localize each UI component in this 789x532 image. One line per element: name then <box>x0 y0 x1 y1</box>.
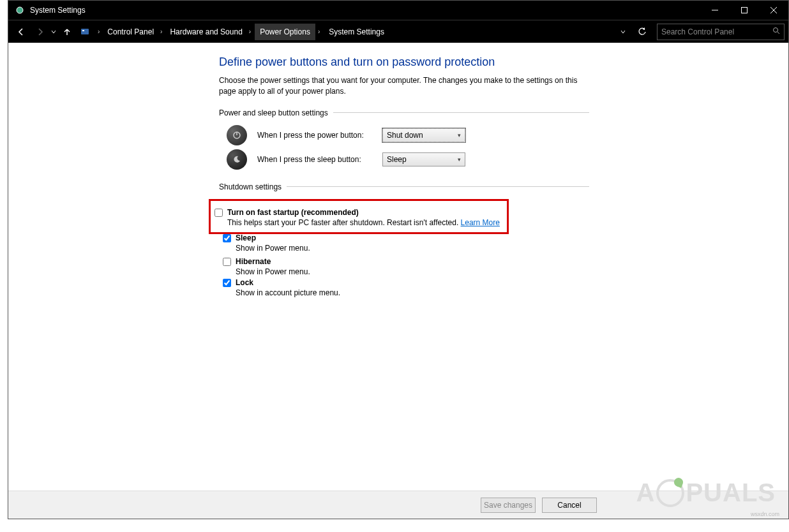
titlebar: System Settings <box>8 1 788 20</box>
power-icon <box>227 125 247 145</box>
search-input[interactable]: Search Control Panel <box>657 24 785 40</box>
control-panel-icon <box>77 24 93 40</box>
window: System Settings › Control Panel › Hardwa… <box>8 0 789 519</box>
breadcrumb-root[interactable]: › <box>77 23 102 41</box>
source-site: wsxdn.com <box>751 511 779 517</box>
up-button[interactable] <box>58 23 76 41</box>
cancel-button[interactable]: Cancel <box>542 498 597 513</box>
learn-more-link[interactable]: Learn More <box>461 218 500 227</box>
chevron-right-icon: › <box>95 28 102 35</box>
shutdown-section-header: Shutdown settings <box>219 182 589 191</box>
fast-startup-checkbox[interactable] <box>214 209 223 217</box>
highlight-annotation: Turn on fast startup (recommended) This … <box>209 199 509 234</box>
minimize-button[interactable] <box>700 1 730 20</box>
sleep-label: Sleep <box>236 233 256 242</box>
sleep-desc: Show in Power menu. <box>236 244 589 253</box>
page-intro: Choose the power settings that you want … <box>219 75 589 97</box>
breadcrumb-hardware-sound[interactable]: Hardware and Sound › <box>166 23 253 41</box>
hibernate-row: Hibernate Show in Power menu. <box>236 257 589 276</box>
search-icon <box>772 27 780 36</box>
chevron-right-icon: › <box>315 28 322 35</box>
power-button-dropdown[interactable]: Shut down ▾ <box>382 128 465 142</box>
power-button-row: When I press the power button: Shut down… <box>227 125 589 145</box>
hibernate-desc: Show in Power menu. <box>236 267 589 276</box>
recent-dropdown-icon[interactable] <box>50 29 57 34</box>
footer-bar: Save changes Cancel <box>8 491 788 519</box>
svg-line-8 <box>778 32 779 34</box>
svg-rect-6 <box>82 30 84 31</box>
chevron-right-icon: › <box>246 28 253 35</box>
power-sleep-section-header: Power and sleep button settings <box>219 108 589 117</box>
page-title: Define power buttons and turn on passwor… <box>219 55 589 69</box>
fast-startup-row: Turn on fast startup (recommended) This … <box>227 208 500 227</box>
content-area: Define power buttons and turn on passwor… <box>8 43 788 519</box>
lock-label: Lock <box>236 278 253 287</box>
app-icon <box>15 5 25 15</box>
sleep-checkbox[interactable] <box>223 234 231 242</box>
sleep-button-row: When I press the sleep button: Sleep ▾ <box>227 149 589 170</box>
svg-rect-2 <box>742 8 748 13</box>
svg-point-7 <box>774 28 778 33</box>
power-button-label: When I press the power button: <box>257 131 382 140</box>
forward-button[interactable] <box>31 23 49 41</box>
dropdown-value: Shut down <box>387 131 458 140</box>
lock-checkbox[interactable] <box>223 279 231 287</box>
address-dropdown-icon[interactable] <box>615 23 631 41</box>
fast-startup-label: Turn on fast startup (recommended) <box>227 208 359 217</box>
hibernate-label: Hibernate <box>236 257 271 266</box>
sleep-row: Sleep Show in Power menu. <box>236 233 589 253</box>
close-button[interactable] <box>759 1 788 20</box>
window-controls <box>700 1 788 20</box>
sleep-button-label: When I press the sleep button: <box>257 155 382 164</box>
sleep-button-dropdown[interactable]: Sleep ▾ <box>382 152 465 166</box>
breadcrumb-label: System Settings <box>324 24 389 40</box>
fast-startup-desc: This helps start your PC faster after sh… <box>227 218 500 227</box>
svg-point-0 <box>17 7 23 13</box>
lock-row: Lock Show in account picture menu. <box>236 278 589 297</box>
breadcrumb-power-options[interactable]: Power Options › <box>255 23 322 41</box>
refresh-button[interactable] <box>633 23 652 41</box>
svg-rect-5 <box>81 29 89 34</box>
sleep-icon <box>227 149 247 170</box>
breadcrumb-control-panel[interactable]: Control Panel › <box>103 23 165 41</box>
breadcrumb-label: Hardware and Sound <box>166 27 246 36</box>
save-changes-button[interactable]: Save changes <box>481 498 536 513</box>
chevron-down-icon: ▾ <box>458 156 461 163</box>
chevron-down-icon: ▾ <box>458 132 461 138</box>
search-placeholder: Search Control Panel <box>661 27 772 36</box>
breadcrumb-label: Power Options <box>255 24 315 40</box>
hibernate-checkbox[interactable] <box>223 258 231 266</box>
maximize-button[interactable] <box>730 1 759 20</box>
breadcrumb-system-settings[interactable]: System Settings <box>324 23 389 41</box>
back-button[interactable] <box>12 23 30 41</box>
navbar: › Control Panel › Hardware and Sound › P… <box>8 20 788 43</box>
lock-desc: Show in account picture menu. <box>236 288 589 297</box>
chevron-right-icon: › <box>158 28 165 35</box>
breadcrumb-label: Control Panel <box>103 27 158 36</box>
window-title: System Settings <box>30 6 700 15</box>
dropdown-value: Sleep <box>387 155 458 164</box>
